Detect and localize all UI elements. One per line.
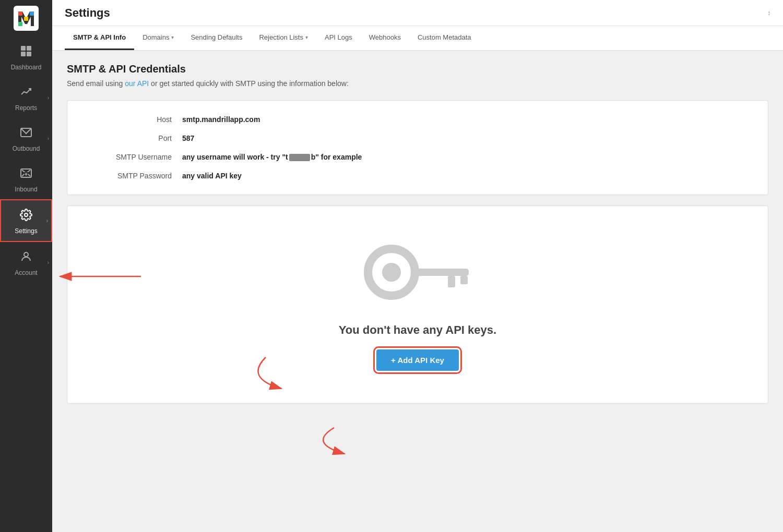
svg-rect-8 <box>27 52 31 56</box>
add-api-key-button[interactable]: + Add API Key <box>376 349 459 371</box>
tab-webhooks-label: Webhooks <box>369 33 401 41</box>
tab-sending-defaults[interactable]: Sending Defaults <box>182 26 251 50</box>
host-row: Host smtp.mandrillapp.com <box>88 115 747 124</box>
tab-rejection-lists[interactable]: Rejection Lists ▾ <box>251 26 316 50</box>
reports-icon <box>20 86 32 101</box>
port-value: 587 <box>182 134 194 142</box>
smtp-password-row: SMTP Password any valid API key <box>88 172 747 180</box>
tab-rejection-lists-label: Rejection Lists <box>259 33 303 41</box>
desc-suffix: or get started quickly with SMTP using t… <box>149 79 349 88</box>
svg-rect-1 <box>18 11 22 16</box>
sidebar-item-dashboard-label: Dashboard <box>11 64 42 71</box>
api-keys-card: You don't have any API keys. + Add API K… <box>67 205 768 404</box>
svg-rect-3 <box>24 17 28 21</box>
section-title: SMTP & API Credentials <box>67 63 768 75</box>
sidebar-item-dashboard[interactable]: Dashboard <box>0 37 52 77</box>
svg-rect-7 <box>21 52 26 56</box>
tab-api-logs-label: API Logs <box>325 33 352 41</box>
svg-rect-6 <box>27 46 31 51</box>
host-value: smtp.mandrillapp.com <box>182 115 260 124</box>
svg-rect-5 <box>21 46 26 51</box>
key-icon-container <box>360 238 475 308</box>
account-icon <box>20 250 32 266</box>
svg-rect-15 <box>411 269 469 276</box>
page-title: Settings <box>65 6 110 20</box>
rejection-lists-caret: ▾ <box>305 34 308 40</box>
svg-rect-17 <box>460 276 468 284</box>
sidebar-item-account-label: Account <box>15 269 37 276</box>
tab-custom-metadata[interactable]: Custom Metadata <box>409 26 480 50</box>
sidebar-item-inbound[interactable]: Inbound <box>0 159 52 199</box>
sidebar-item-inbound-label: Inbound <box>15 186 37 193</box>
smtp-password-label: SMTP Password <box>88 172 182 180</box>
inbound-icon <box>20 167 32 183</box>
sidebar-item-settings-label: Settings <box>15 227 37 235</box>
svg-point-11 <box>25 213 28 216</box>
api-link[interactable]: our API <box>125 79 149 88</box>
desc-prefix: Send email using <box>67 79 125 88</box>
key-icon <box>360 238 475 306</box>
tab-webhooks[interactable]: Webhooks <box>361 26 409 50</box>
dashboard-icon <box>20 45 32 61</box>
section-description: Send email using our API or get started … <box>67 79 768 88</box>
smtp-password-value: any valid API key <box>182 172 242 180</box>
outbound-icon <box>20 126 32 142</box>
app-logo <box>14 6 39 31</box>
sidebar-item-outbound[interactable]: Outbound › <box>0 118 52 159</box>
nav-tabs: SMTP & API Info Domains ▾ Sending Defaul… <box>52 26 783 51</box>
sidebar-item-outbound-label: Outbound <box>13 145 40 152</box>
topbar-controls: ↕ <box>767 9 770 17</box>
no-keys-text: You don't have any API keys. <box>339 323 496 337</box>
svg-rect-16 <box>448 276 455 287</box>
settings-icon <box>20 209 32 224</box>
outbound-chevron: › <box>48 136 49 141</box>
sidebar-item-settings[interactable]: Settings › <box>0 199 52 242</box>
sidebar-item-reports-label: Reports <box>15 104 37 112</box>
svg-rect-4 <box>18 22 22 26</box>
sidebar-item-reports[interactable]: Reports › <box>0 77 52 118</box>
sidebar-item-account[interactable]: Account › <box>0 242 52 283</box>
smtp-username-value: any username will work - try "tb" for ex… <box>182 153 362 161</box>
svg-point-12 <box>24 252 28 257</box>
svg-rect-2 <box>30 11 34 16</box>
account-chevron: › <box>48 260 49 265</box>
tab-domains-label: Domains <box>143 33 169 41</box>
svg-point-14 <box>382 263 401 282</box>
main-content: Settings ↕ SMTP & API Info Domains ▾ Sen… <box>52 0 783 532</box>
logo-container[interactable] <box>0 0 52 37</box>
host-label: Host <box>88 115 182 124</box>
content-area: SMTP & API Credentials Send email using … <box>52 51 783 532</box>
tab-custom-metadata-label: Custom Metadata <box>418 33 471 41</box>
reports-chevron: › <box>48 95 49 101</box>
settings-chevron: › <box>46 218 48 224</box>
smtp-username-label: SMTP Username <box>88 153 182 161</box>
port-row: Port 587 <box>88 134 747 142</box>
port-label: Port <box>88 134 182 142</box>
smtp-info-card: Host smtp.mandrillapp.com Port 587 SMTP … <box>67 100 768 195</box>
topbar: Settings ↕ <box>52 0 783 26</box>
tab-smtp-api-label: SMTP & API Info <box>73 33 126 41</box>
tab-domains[interactable]: Domains ▾ <box>134 26 182 50</box>
tab-smtp-api[interactable]: SMTP & API Info <box>65 26 134 50</box>
redacted-text <box>289 154 310 161</box>
sidebar: Dashboard Reports › Outbound › Inbound S… <box>0 0 52 532</box>
domains-caret: ▾ <box>171 34 174 40</box>
tab-sending-defaults-label: Sending Defaults <box>191 33 242 41</box>
smtp-username-row: SMTP Username any username will work - t… <box>88 153 747 161</box>
tab-api-logs[interactable]: API Logs <box>316 26 361 50</box>
